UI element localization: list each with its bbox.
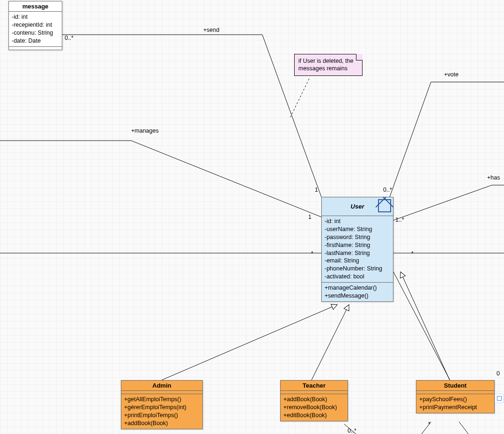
assoc-has [393,185,504,220]
mult-star-l: * [311,250,313,257]
class-message[interactable]: message -id: int -recepientId: int -cont… [8,1,62,50]
mult-user-tl: 1 [315,187,318,193]
class-teacher-ops: +addBook(Book) +removeBook(Book) +editBo… [281,394,348,421]
class-student[interactable]: Student +paySchoolFees() +printPaymentRe… [416,380,495,413]
mult-zero-bm: 0..* [348,427,356,434]
assoc-manages [0,141,321,217]
mult-user-left: 1 [308,214,311,220]
mult-star-br: * [428,421,430,427]
label-manages: +manages [131,127,159,134]
mult-star-r: * [411,250,414,257]
class-admin-name: Admin [121,381,202,391]
class-user-attrs: -id: int -userName: String -password: St… [322,216,393,283]
class-admin[interactable]: Admin +getAllEmploiTemps() +gérerEmploiT… [121,380,203,429]
note-text: if User is deleted, the messages remains [298,58,353,72]
mult-user-right: 1..* [395,217,404,223]
recaptcha-icon[interactable] [495,394,504,403]
class-student-name: Student [416,381,494,391]
mult-user-tr: 0..* [383,187,392,193]
mult-zero-tr: 0 [497,370,500,377]
class-message-attrs: -id: int -recepientId: int -contenu: Str… [9,12,62,47]
note-fold-icon [356,54,363,60]
class-user-ops: +manageCalendar() +sendMessage() [322,283,393,301]
label-vote: +vote [444,71,459,78]
class-teacher-name: Teacher [281,381,348,391]
assoc-send [62,35,321,197]
label-has: +has [487,174,500,181]
assoc-user-student-side [393,272,450,380]
class-teacher[interactable]: Teacher +addBook(Book) +removeBook(Book)… [280,380,348,421]
gen-teacher-user [311,305,349,380]
mult-msg: 0..* [65,35,74,41]
note-link [290,79,309,117]
gen-admin-user [162,305,337,380]
connectors [0,0,504,434]
note[interactable]: if User is deleted, the messages remains [294,54,363,76]
selection-handle-icon[interactable] [378,199,391,212]
gen-student-user [400,272,450,380]
class-user[interactable]: User -id: int -userName: String -passwor… [321,197,393,302]
assoc-student-down2 [459,422,468,434]
class-student-ops: +paySchoolFees() +printPaymentReceipt [416,394,494,413]
class-message-name: message [9,1,62,12]
class-admin-ops: +getAllEmploiTemps() +gérerEmploiTemps(i… [121,394,202,429]
label-send: +send [203,27,219,33]
